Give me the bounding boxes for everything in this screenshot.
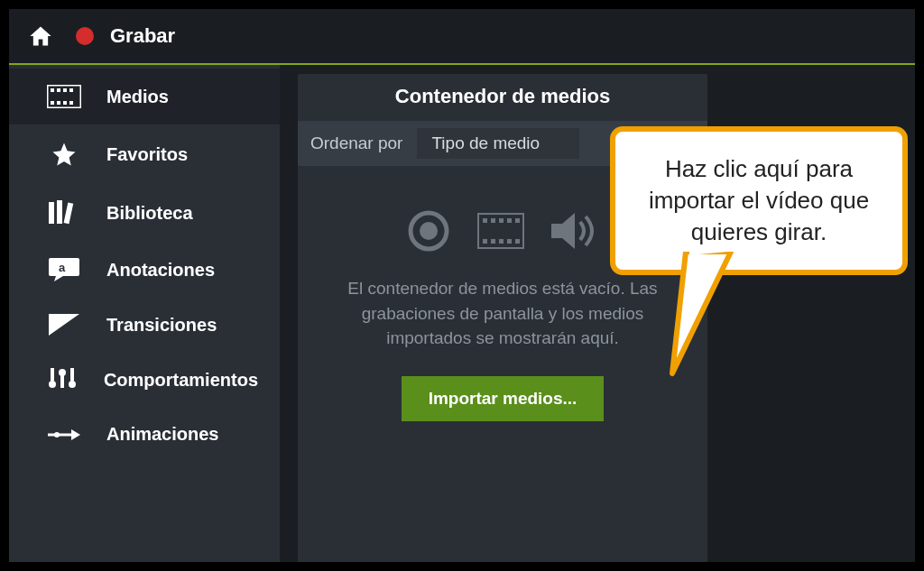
svg-point-22 (69, 381, 76, 388)
record-label[interactable]: Grabar (110, 24, 175, 48)
svg-rect-11 (64, 203, 74, 225)
filmstrip-icon (477, 213, 524, 253)
home-icon[interactable] (27, 23, 54, 49)
svg-rect-6 (57, 101, 60, 105)
import-media-button[interactable]: Importar medios... (402, 376, 605, 421)
sidebar: Medios Favoritos Biblioteca a Anotacione… (9, 65, 280, 562)
svg-rect-35 (491, 239, 495, 244)
svg-rect-33 (515, 218, 520, 223)
svg-text:a: a (59, 261, 66, 274)
svg-rect-3 (63, 88, 67, 92)
placeholder-icons (407, 209, 598, 256)
sidebar-item-animations[interactable]: Animaciones (9, 408, 280, 461)
speaker-icon (551, 211, 598, 254)
svg-rect-38 (515, 239, 520, 244)
sort-label: Ordenar por (310, 134, 402, 153)
callout-tooltip: Haz clic aquí para importar el vídeo que… (610, 126, 908, 275)
sidebar-item-favorites[interactable]: Favoritos (9, 124, 280, 184)
svg-marker-40 (672, 252, 731, 373)
svg-rect-37 (507, 239, 512, 244)
svg-rect-4 (69, 88, 73, 92)
svg-rect-5 (51, 101, 54, 105)
sort-select[interactable]: Tipo de medio (417, 128, 579, 159)
sidebar-item-label: Favoritos (106, 144, 188, 165)
topbar: Grabar (9, 9, 915, 65)
filmstrip-icon (45, 85, 83, 108)
svg-rect-21 (70, 368, 74, 381)
empty-text: El contenedor de medios está vacío. Las … (331, 276, 674, 351)
sidebar-item-label: Medios (106, 87, 169, 107)
sidebar-item-label: Anotaciones (106, 260, 215, 281)
svg-rect-30 (491, 218, 495, 223)
svg-rect-29 (483, 218, 487, 223)
app-window: Grabar Medios Favoritos Biblioteca (9, 9, 915, 562)
svg-rect-8 (69, 101, 73, 105)
svg-rect-2 (57, 88, 60, 92)
svg-rect-9 (49, 202, 54, 224)
svg-point-18 (49, 381, 56, 388)
svg-rect-31 (499, 218, 504, 223)
annotation-icon: a (45, 258, 83, 281)
sidebar-item-transitions[interactable]: Transiciones (9, 298, 280, 352)
panel-title: Contenedor de medios (298, 74, 707, 121)
callout-text: Haz clic aquí para importar el vídeo que… (649, 155, 869, 245)
sidebar-item-media[interactable]: Medios (9, 69, 280, 124)
transition-icon (45, 314, 83, 336)
behaviors-icon (45, 368, 80, 391)
sidebar-item-label: Comportamientos (104, 370, 258, 391)
sidebar-item-label: Transiciones (106, 315, 217, 336)
sidebar-item-behaviors[interactable]: Comportamientos (9, 352, 280, 408)
sidebar-item-annotations[interactable]: a Anotaciones (9, 242, 280, 298)
svg-point-27 (420, 222, 438, 240)
svg-rect-32 (507, 218, 512, 223)
svg-rect-0 (47, 85, 81, 108)
svg-rect-36 (499, 239, 504, 244)
svg-rect-1 (51, 88, 54, 92)
svg-point-24 (54, 432, 60, 437)
svg-rect-7 (63, 101, 67, 105)
record-circle-icon (407, 209, 450, 256)
svg-rect-34 (483, 239, 487, 244)
svg-rect-10 (57, 200, 62, 224)
sidebar-item-label: Animaciones (106, 424, 218, 445)
library-icon (45, 200, 83, 226)
svg-rect-17 (51, 368, 54, 381)
animation-icon (45, 426, 83, 444)
record-icon[interactable] (76, 27, 94, 45)
svg-point-20 (59, 369, 66, 376)
svg-rect-19 (60, 375, 64, 388)
sidebar-item-label: Biblioteca (106, 203, 193, 224)
sidebar-item-library[interactable]: Biblioteca (9, 184, 280, 242)
star-icon (45, 141, 83, 168)
svg-marker-13 (54, 276, 63, 281)
svg-marker-39 (551, 213, 575, 249)
callout-tail-icon (668, 252, 749, 378)
svg-marker-25 (71, 429, 80, 440)
